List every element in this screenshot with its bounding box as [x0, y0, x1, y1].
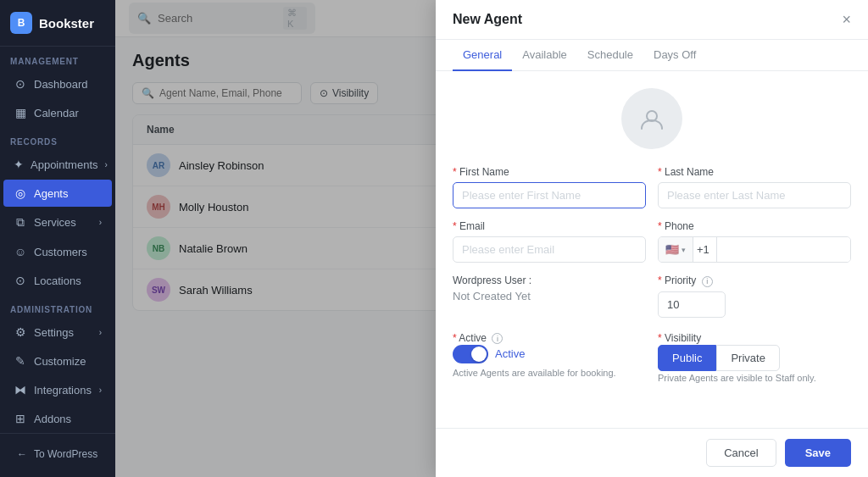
wp-user-section: Wordpress User : Not Created Yet	[453, 275, 646, 302]
sidebar-item-agents[interactable]: ◎ Agents	[3, 180, 112, 207]
main-content: 🔍 ⌘ K Agents 🔍 ⊙ Visibility Name Email	[115, 0, 868, 477]
sidebar-item-label: Agents	[34, 187, 68, 200]
modal-footer: Cancel Save	[436, 428, 868, 477]
phone-flag-selector[interactable]: 🇺🇸 ▾	[659, 237, 693, 262]
customize-icon: ✎	[14, 354, 27, 368]
visibility-label: * Visibility	[658, 332, 701, 344]
cancel-button[interactable]: Cancel	[706, 439, 776, 467]
sidebar: B Bookster Management ⊙ Dashboard ▦ Cale…	[0, 0, 115, 477]
tab-available[interactable]: Available	[512, 40, 577, 71]
collapse-icon: ‹	[56, 473, 60, 477]
save-button[interactable]: Save	[785, 439, 851, 467]
phone-input[interactable]	[717, 237, 850, 262]
customers-icon: ☺	[14, 245, 27, 258]
to-wordpress-label: To WordPress	[34, 448, 97, 460]
chevron-icon: ›	[99, 218, 102, 227]
tab-general[interactable]: General	[453, 40, 512, 71]
visibility-section: * Visibility Public Private Private Agen…	[658, 330, 851, 383]
sidebar-item-label: Appointments	[31, 158, 98, 171]
phone-label: * Phone	[658, 220, 851, 232]
dropdown-arrow-icon: ▾	[682, 246, 686, 254]
meta-row: Wordpress User : Not Created Yet * Prior…	[453, 275, 851, 318]
services-icon: ⧉	[14, 215, 27, 230]
sidebar-item-label: Calendar	[34, 107, 79, 119]
first-name-input[interactable]	[453, 182, 646, 208]
appointments-icon: ✦	[14, 158, 24, 171]
phone-input-wrapper: 🇺🇸 ▾ +1	[658, 236, 851, 263]
email-group: * Email	[453, 220, 646, 263]
phone-code: +1	[693, 237, 717, 262]
sidebar-item-label: Integrations	[34, 384, 92, 397]
sidebar-item-label: Services	[34, 216, 76, 229]
avatar-upload[interactable]	[621, 88, 682, 149]
sidebar-item-label: Customers	[34, 246, 87, 258]
email-input[interactable]	[453, 236, 646, 263]
sidebar-bottom: ← To WordPress ‹	[0, 433, 115, 477]
toggle-wrap: Active	[453, 345, 646, 363]
sidebar-collapse-btn[interactable]: ‹	[3, 468, 112, 477]
administration-section-label: Administration	[0, 295, 115, 318]
active-info-icon[interactable]: i	[492, 333, 503, 344]
sidebar-item-integrations[interactable]: ⧓ Integrations ›	[3, 376, 112, 403]
sidebar-item-customers[interactable]: ☺ Customers	[3, 238, 112, 265]
dashboard-icon: ⊙	[14, 77, 27, 91]
sidebar-item-calendar[interactable]: ▦ Calendar	[3, 99, 112, 126]
priority-group: * Priority i	[658, 275, 851, 318]
contact-row: * Email * Phone 🇺🇸 ▾ +1	[453, 220, 851, 263]
priority-input[interactable]	[658, 291, 726, 318]
sidebar-item-addons[interactable]: ⊞ Addons	[3, 405, 112, 432]
modal-title: New Agent	[453, 12, 522, 27]
last-name-input[interactable]	[658, 182, 851, 208]
agents-icon: ◎	[14, 186, 27, 200]
management-section-label: Management	[0, 47, 115, 69]
visibility-hint: Private Agents are visible to Staff only…	[658, 373, 851, 383]
active-hint: Active Agents are available for booking.	[453, 368, 646, 378]
sidebar-item-services[interactable]: ⧉ Services ›	[3, 208, 112, 236]
tab-days-off[interactable]: Days Off	[643, 40, 706, 71]
sidebar-item-label: Locations	[34, 275, 81, 287]
addons-icon: ⊞	[14, 412, 27, 425]
first-name-label: * First Name	[453, 166, 646, 178]
flag-icon: 🇺🇸	[665, 243, 679, 256]
active-label: * Active i	[453, 332, 503, 344]
priority-info-icon[interactable]: i	[702, 276, 713, 287]
sidebar-item-label: Dashboard	[34, 78, 88, 91]
tab-schedule[interactable]: Schedule	[577, 40, 643, 71]
last-name-label: * Last Name	[658, 166, 851, 178]
sidebar-item-to-wordpress[interactable]: ← To WordPress	[7, 441, 108, 467]
sidebar-item-label: Customize	[34, 355, 86, 368]
wp-user-label: Wordpress User :	[453, 275, 646, 286]
locations-icon: ⊙	[14, 274, 27, 287]
phone-group: * Phone 🇺🇸 ▾ +1	[658, 220, 851, 263]
sidebar-item-settings[interactable]: ⚙ Settings ›	[3, 319, 112, 346]
app-name: Bookster	[39, 16, 94, 31]
calendar-icon: ▦	[14, 106, 27, 119]
modal-close-button[interactable]: ×	[842, 12, 851, 27]
modal-header: New Agent ×	[436, 0, 868, 40]
toggle-knob	[471, 347, 487, 362]
visibility-public-button[interactable]: Public	[658, 345, 716, 371]
active-toggle[interactable]	[453, 345, 488, 363]
name-row: * First Name * Last Name	[453, 166, 851, 208]
app-logo: B Bookster	[0, 0, 115, 47]
integrations-icon: ⧓	[14, 383, 27, 397]
arrow-left-icon: ←	[17, 448, 27, 460]
sidebar-item-dashboard[interactable]: ⊙ Dashboard	[3, 70, 112, 97]
logo-icon: B	[10, 12, 32, 34]
sidebar-item-appointments[interactable]: ✦ Appointments ›	[3, 151, 112, 178]
priority-label: * Priority i	[658, 275, 851, 287]
visibility-private-button[interactable]: Private	[716, 345, 779, 371]
active-section: * Active i Active Active Agents are avai…	[453, 330, 646, 383]
last-name-group: * Last Name	[658, 166, 851, 208]
chevron-icon: ›	[99, 328, 102, 337]
records-section-label: Records	[0, 127, 115, 150]
modal-body: * First Name * Last Name * Email	[436, 71, 868, 428]
settings-icon: ⚙	[14, 325, 27, 339]
email-label: * Email	[453, 220, 646, 232]
avatar-section	[453, 88, 851, 149]
sidebar-item-locations[interactable]: ⊙ Locations	[3, 267, 112, 294]
chevron-icon: ›	[105, 160, 108, 169]
modal-tabs: General Available Schedule Days Off	[436, 40, 868, 71]
sidebar-item-label: Settings	[34, 326, 74, 339]
sidebar-item-customize[interactable]: ✎ Customize	[3, 347, 112, 374]
